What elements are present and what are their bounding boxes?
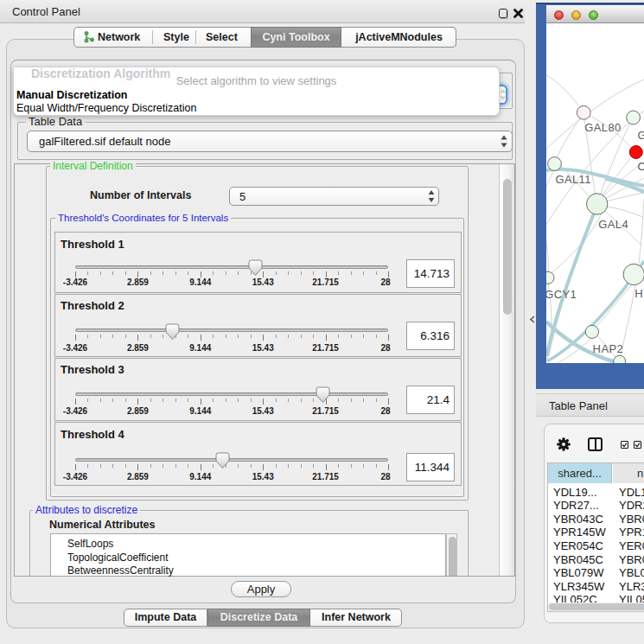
svg-text:GCY1: GCY1 bbox=[546, 288, 577, 301]
svg-text:H: H bbox=[634, 287, 643, 300]
svg-text:G.: G. bbox=[638, 129, 644, 142]
svg-text:C: C bbox=[638, 160, 644, 173]
svg-text:GAL80: GAL80 bbox=[584, 121, 621, 134]
svg-text:HAP2: HAP2 bbox=[593, 342, 624, 355]
svg-text:GAL4: GAL4 bbox=[598, 218, 628, 231]
svg-text:GAL11: GAL11 bbox=[555, 173, 591, 186]
